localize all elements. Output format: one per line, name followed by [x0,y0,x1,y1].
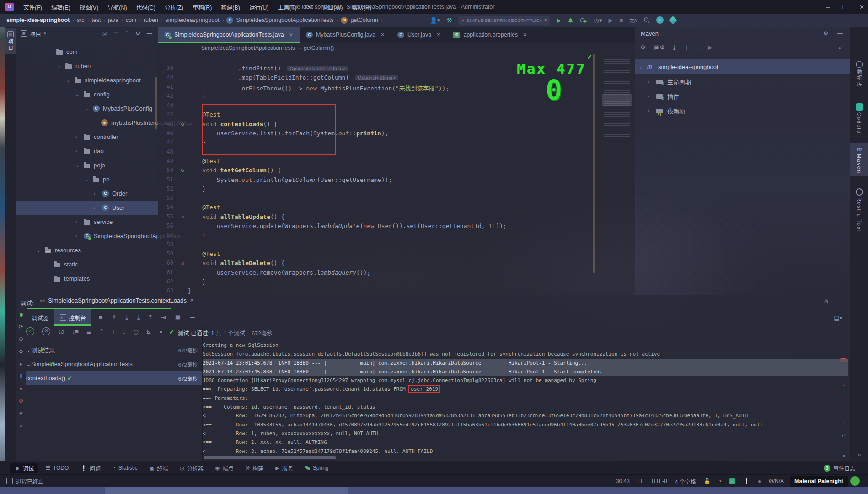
history-icon[interactable]: ◷ [134,328,139,335]
download-icon[interactable]: ⤓ [126,314,129,321]
tree-row-mybatisplusconfig[interactable]: ⌄CMybatisPlusConfig [16,101,158,116]
prev-message-icon[interactable]: ↑ [842,369,845,376]
tool-window-button-bug[interactable]: 调试 [10,463,38,473]
layout-settings-icon[interactable]: ≡ [99,314,102,321]
tree-arrow-icon[interactable]: › [648,79,649,84]
line-separator[interactable]: LF [638,478,644,484]
console-output[interactable]: Creating a new SqlSessionSqlSession [org… [203,341,848,461]
tree-arrow-icon[interactable]: ⌄ [66,78,70,83]
add-maven-project-icon[interactable]: ＋ [684,43,690,52]
expand-all-icon[interactable]: ≣ [86,328,91,335]
close-icon[interactable]: ✕ [190,297,194,303]
tree-row-mybatisplusinterceptormyba[interactable]: mmybatisPlusInterceptor():Myba [16,116,158,130]
download-icon[interactable]: ⤓ [137,314,140,321]
search-icon[interactable] [643,17,650,23]
terminal-status-icon[interactable]: >_ [729,478,735,484]
breadcrumb-class[interactable]: SimpleIdeaSpringbootApplicationTests [201,45,295,51]
focus-icon[interactable]: ⇥ [161,314,166,321]
sort-alphabetically-icon[interactable]: ↓a [58,328,64,335]
minimize-icon[interactable]: ─ [826,4,830,11]
tree-row-simpleideaspringboot[interactable]: ⌄simpleideaspringboot [16,73,158,87]
menu-item[interactable]: 导航(N) [103,1,131,13]
maven-tree-row[interactable]: ›插件 [635,89,850,103]
import-results-icon[interactable]: ⊾ [146,328,151,335]
maven-tree-row[interactable]: ›依赖项 [635,103,850,118]
reimport-icon[interactable]: ⟳ [641,44,646,51]
tree-row-ruben[interactable]: ⌄ruben [16,59,158,73]
clear-console-icon[interactable]: ⌦ [840,357,848,364]
locate-file-icon[interactable]: ◎ [102,30,107,37]
tree-arrow-icon[interactable]: ⌄ [26,361,31,367]
menu-item[interactable]: 代码(C) [132,1,160,13]
tree-arrow-icon[interactable]: ⌄ [85,177,88,182]
tree-row-po[interactable]: ⌄po [16,172,158,186]
restore-layout-icon[interactable]: ⇪ [112,314,117,321]
editor-scrollbar[interactable] [593,54,595,273]
translate-icon[interactable]: 文A [629,17,637,24]
download-sources-icon[interactable]: ⤓ [673,44,676,51]
tree-row-service[interactable]: ›service [16,215,158,229]
scroll-end-icon[interactable]: ↓ [842,420,845,427]
tree-row-templates[interactable]: templates [16,271,158,286]
test-tree-row[interactable]: ⌄✔SimpleIdeaSpringbootApplicationTests67… [26,357,202,371]
close-icon[interactable]: ✕ [289,32,293,38]
run-test-gutter-icon[interactable]: ↻ [177,213,188,223]
settings-gear-icon[interactable]: ⚙ [135,30,140,37]
tool-stripe-mvn[interactable]: mMaven [850,143,868,176]
build-hammer-icon[interactable]: ⚒ [447,17,452,24]
settings-gear-icon[interactable]: ⚙ [823,30,828,37]
project-scrollbar[interactable] [155,77,157,129]
show-ignored-icon[interactable]: ⊘ [42,327,50,335]
tool-stripe-db[interactable]: 数据库 [850,58,868,90]
settings-gear-icon[interactable]: ⚙ [824,298,829,305]
tree-arrow-icon[interactable]: › [94,205,95,210]
codota-gem-icon[interactable] [669,16,677,24]
hide-panel-icon[interactable]: — [147,30,152,37]
breadcrumb-item[interactable]: test [91,17,101,23]
tree-row-pojo[interactable]: ⌄pojo [16,158,158,172]
menu-item[interactable]: 分析(Z) [161,1,188,13]
console-hscrollbar[interactable] [204,456,336,459]
run-test-gutter-icon[interactable]: ↻ [177,167,188,176]
debug-tab-console[interactable]: ▸_控制台 [54,309,92,326]
tree-arrow-icon[interactable]: ⌄ [48,49,52,54]
tree-arrow-icon[interactable]: › [648,108,649,113]
upload-icon[interactable]: ⤒ [149,314,152,321]
more-icon[interactable]: » [20,422,23,429]
tree-row-config[interactable]: ⌄config [16,87,158,101]
resume-icon[interactable]: ▸ [20,361,22,367]
tree-arrow-icon[interactable]: ⌄ [57,64,61,69]
run-coverage-button[interactable]: C▶ [580,17,587,24]
tree-arrow-icon[interactable]: ⌄ [75,163,79,168]
tree-arrow-icon[interactable]: ⌄ [26,346,31,353]
breadcrumb-method[interactable]: getColumn() [304,45,334,51]
run-configuration-select[interactable]: « SIMPLEIDEASPRINGBOOTAPPLICATIONTESTS.C… [458,16,550,25]
stop-icon[interactable]: ● [19,385,22,392]
tree-row-resources[interactable]: ⌄resources [16,243,158,257]
tree-row-controller[interactable]: ›controller [16,130,158,144]
tree-row-order[interactable]: ›COrder [16,186,158,201]
maven-tree-row[interactable]: ⌄msimple-idea-springboot [635,59,850,74]
run-button[interactable]: ▶ [557,17,561,24]
breadcrumb-item[interactable]: SimpleIdeaSpringbootApplicationTests [236,17,333,23]
grid-icon[interactable]: ▦ [175,314,181,321]
mute-breakpoints-icon[interactable]: ⊘ [19,398,23,404]
tree-row-dao[interactable]: ›dao [16,144,158,158]
rerun-icon[interactable]: ⟳ [19,324,23,330]
soft-wrap-icon[interactable]: ↵ [841,432,846,439]
profiler-button[interactable]: ◷▾ [594,17,602,24]
debug-tab-debugger[interactable]: 调试器 [26,309,54,326]
tree-arrow-icon[interactable]: ⌄ [37,248,40,253]
test-tree-row[interactable]: ✔contextLoads()672毫秒 [26,371,202,385]
tool-window-button-term[interactable]: ▣终端 [145,463,172,473]
breadcrumb-item[interactable]: simple-idea-springboot [6,17,70,23]
tree-arrow-icon[interactable]: › [94,191,95,196]
tool-window-button-stat[interactable]: ◔Statistic [108,463,142,473]
tree-arrow-icon[interactable]: › [75,134,77,139]
breadcrumb-item[interactable]: ruben [144,17,158,23]
tree-row-simpleideaspringbootapplication[interactable]: ›CSimpleIdeaSpringbootApplication [16,229,158,243]
stripe-more-icon[interactable]: » [850,452,868,458]
unlock-icon[interactable]: 🔓 [704,478,711,484]
tool-window-button-serv[interactable]: ▶服务 [271,463,297,473]
tree-arrow-icon[interactable]: ⌄ [75,92,79,97]
